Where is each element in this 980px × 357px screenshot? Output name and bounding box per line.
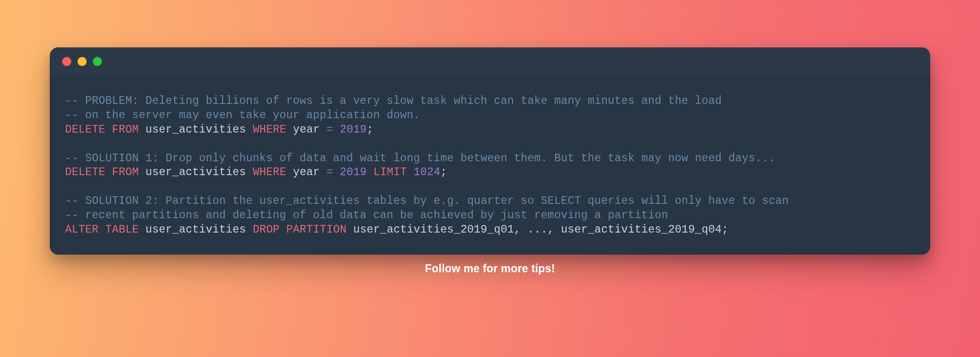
code-window: -- PROBLEM: Deleting billions of rows is… <box>50 47 930 255</box>
code-content: -- PROBLEM: Deleting billions of rows is… <box>65 94 915 237</box>
zoom-icon[interactable] <box>93 57 102 66</box>
footer-text: Follow me for more tips! <box>0 262 980 275</box>
minimize-icon[interactable] <box>78 57 87 66</box>
code-area: -- PROBLEM: Deleting billions of rows is… <box>50 75 930 255</box>
close-icon[interactable] <box>62 57 71 66</box>
window-titlebar <box>50 47 930 75</box>
